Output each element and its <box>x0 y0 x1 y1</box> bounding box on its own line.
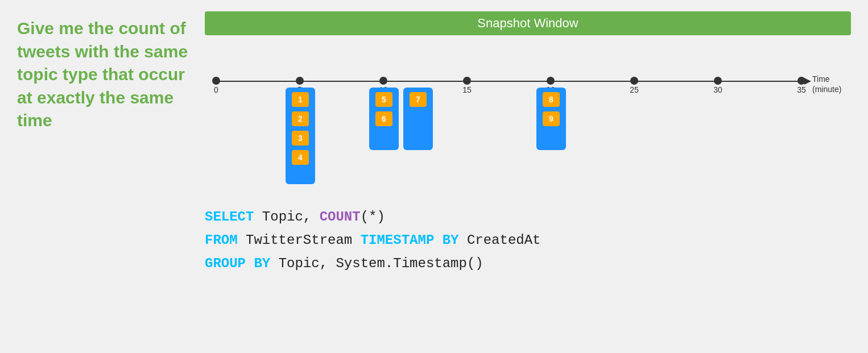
left-panel: Give me the count of tweets with the sam… <box>17 11 193 342</box>
sql-from-keyword: FROM <box>205 232 238 248</box>
sql-select-keyword: SELECT <box>205 209 254 225</box>
tweet-badge-9: 9 <box>543 111 560 126</box>
sql-line-1: SELECT Topic, COUNT(*) <box>205 206 851 229</box>
time-dot-35 <box>797 77 805 85</box>
sql-count-keyword: COUNT <box>320 209 361 225</box>
right-panel: Snapshot Window 0 5 10 15 20 <box>193 11 851 342</box>
tweet-badge-8: 8 <box>543 92 560 107</box>
time-label-0: 0 <box>214 85 218 94</box>
tweet-bar-10: 5 6 <box>369 88 399 150</box>
time-dot-15 <box>463 77 471 85</box>
time-dot-10 <box>379 77 387 85</box>
tweet-bar-12: 7 <box>403 88 433 150</box>
tweet-badge-7: 7 <box>410 92 427 107</box>
time-label-30: 30 <box>713 85 722 94</box>
sql-table-name: TwitterStream <box>238 232 361 248</box>
sql-by-keyword-3: BY <box>246 256 270 271</box>
tweet-badge-1: 1 <box>292 92 309 107</box>
sql-by-keyword-2: BY <box>434 232 458 248</box>
sql-line-3: GROUP BY Topic, System.Timestamp() <box>205 252 851 276</box>
time-label-35: 35 <box>797 85 806 94</box>
time-label-25: 25 <box>630 85 639 94</box>
sql-createdat: CreatedAt <box>459 232 541 248</box>
tweet-badge-3: 3 <box>292 131 309 146</box>
tweet-bar-5: 1 2 3 4 <box>286 88 315 184</box>
tweet-badge-5: 5 <box>375 92 392 107</box>
time-axis-label: Time(minute) <box>812 74 841 94</box>
time-label-15: 15 <box>462 85 472 94</box>
sql-groupby-fields: Topic, System.Timestamp() <box>270 256 483 271</box>
tweet-badge-6: 6 <box>375 111 392 126</box>
snapshot-window-header: Snapshot Window <box>205 11 851 35</box>
time-dot-30 <box>714 77 722 85</box>
sql-group-keyword: GROUP <box>205 256 246 271</box>
tweet-badge-4: 4 <box>292 150 309 165</box>
main-container: Give me the count of tweets with the sam… <box>0 0 868 353</box>
time-dot-5 <box>296 77 304 85</box>
sql-section: SELECT Topic, COUNT(*) FROM TwitterStrea… <box>205 206 851 275</box>
sql-count-args: (*) <box>361 209 385 225</box>
time-dot-25 <box>630 77 638 85</box>
tweet-badge-2: 2 <box>292 111 309 126</box>
sql-line-2: FROM TwitterStream TIMESTAMP BY CreatedA… <box>205 229 851 252</box>
sql-timestamp-keyword: TIMESTAMP <box>361 232 435 248</box>
tweet-bar-20: 8 9 <box>536 88 566 150</box>
timeline-area: 0 5 10 15 20 25 30 35 Time(min <box>205 41 851 189</box>
time-dot-20 <box>547 77 555 85</box>
time-dot-0 <box>212 77 220 85</box>
sql-topic: Topic, <box>254 209 319 225</box>
description-text: Give me the count of tweets with the sam… <box>17 17 193 132</box>
